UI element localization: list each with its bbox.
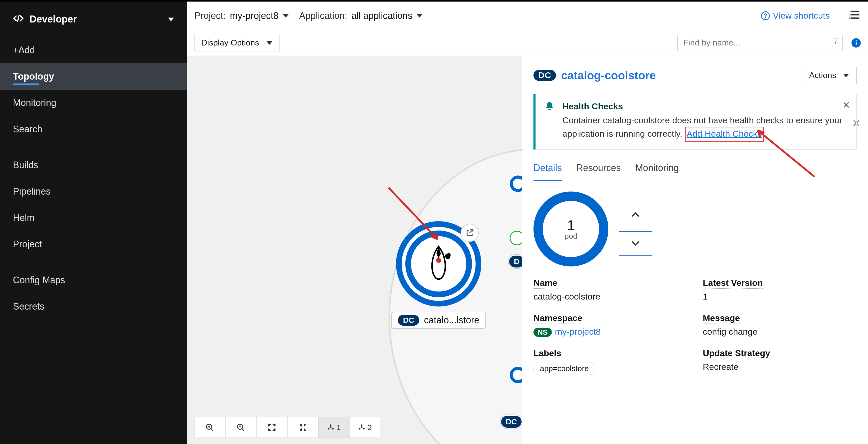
sidebar-item-search[interactable]: Search	[0, 116, 187, 142]
sidebar-item-topology[interactable]: Topology	[0, 63, 187, 90]
node-circle[interactable]	[396, 221, 481, 306]
field-key: Name	[533, 278, 557, 289]
svg-line-12	[242, 428, 244, 431]
zoom-out-button[interactable]	[225, 417, 256, 438]
project-selector[interactable]: Project: my-project8	[194, 10, 289, 21]
svg-point-17	[361, 424, 363, 426]
label-chip[interactable]: app=coolstore	[533, 362, 595, 375]
ns-badge: NS	[533, 328, 552, 337]
dc-badge: DC	[500, 415, 522, 428]
pod-ring-row: 1 pod	[533, 191, 857, 266]
main: Project: my-project8 Application: all ap…	[187, 2, 868, 444]
details-grid: Name catalog-coolstore Latest Version 1 …	[533, 278, 857, 375]
tab-monitoring[interactable]: Monitoring	[635, 157, 679, 181]
application-label: Application:	[299, 10, 347, 21]
topology-node[interactable]: DC catalo...lstore	[391, 221, 486, 329]
dc-badge: DC	[398, 315, 419, 326]
topbar: Project: my-project8 Application: all ap…	[187, 2, 868, 30]
project-value: my-project8	[230, 10, 278, 21]
question-circle-icon: ?	[761, 11, 770, 20]
reset-view-button[interactable]	[287, 417, 318, 438]
health-checks-alert: Health Checks Container catalog-coolstor…	[533, 94, 857, 150]
namespace-link[interactable]: my-project8	[555, 327, 601, 336]
svg-point-14	[330, 424, 332, 426]
tab-resources[interactable]: Resources	[576, 157, 621, 181]
alert-title: Health Checks	[562, 101, 847, 111]
field-value: app=coolstore	[533, 362, 687, 375]
topology-canvas[interactable]: D DC DC cata	[187, 56, 522, 444]
side-panel: ✕ DC catalog-coolstore Actions Health Ch…	[522, 56, 868, 444]
chevron-down-icon	[283, 14, 289, 18]
field-update-strategy: Update Strategy Recreate	[703, 348, 857, 375]
info-icon[interactable]: i	[851, 38, 861, 48]
field-value: Recreate	[703, 362, 857, 372]
panel-title[interactable]: catalog-coolstore	[561, 69, 656, 82]
sidebar-item-secrets[interactable]: Secrets	[0, 293, 187, 320]
code-icon	[13, 13, 24, 26]
alert-body: Container catalog-coolstore does not hav…	[562, 114, 847, 142]
dc-badge: D	[508, 255, 522, 268]
field-key: Update Strategy	[703, 348, 770, 359]
pod-count: 1	[567, 217, 575, 233]
scale-up-button[interactable]	[619, 202, 652, 227]
field-value: catalog-coolstore	[533, 292, 687, 302]
search-input[interactable]	[683, 38, 832, 48]
field-key: Latest Version	[703, 278, 763, 289]
perspective-switcher[interactable]: Developer	[0, 2, 187, 37]
chevron-down-icon	[266, 41, 273, 45]
perspective-label: Developer	[29, 14, 77, 25]
sidebar-item-pipelines[interactable]: Pipelines	[0, 178, 187, 205]
field-labels: Labels app=coolstore	[533, 348, 687, 375]
sidebar-separator	[13, 147, 174, 147]
scale-down-button[interactable]	[619, 231, 652, 256]
actions-dropdown[interactable]: Actions	[802, 67, 857, 84]
zoom-in-button[interactable]	[194, 417, 225, 438]
view-shortcuts-link[interactable]: ? View shortcuts	[761, 10, 830, 21]
field-key: Message	[703, 313, 740, 324]
field-message: Message config change	[703, 313, 857, 337]
bell-icon	[544, 101, 555, 142]
field-namespace: Namespace NSmy-project8	[533, 313, 687, 337]
sidebar-item-helm[interactable]: Helm	[0, 205, 187, 231]
status-dot-icon	[510, 232, 522, 244]
field-latest-version: Latest Version 1	[703, 278, 857, 302]
project-label: Project:	[194, 10, 226, 21]
chevron-down-icon	[843, 73, 849, 77]
sidebar: Developer +Add Topology Monitoring Searc…	[0, 2, 187, 444]
scale-controls	[619, 202, 652, 256]
node-label[interactable]: DC catalo...lstore	[391, 312, 486, 329]
application-value: all applications	[351, 10, 412, 21]
sidebar-item-config-maps[interactable]: Config Maps	[0, 267, 187, 293]
sidebar-item-project[interactable]: Project	[0, 231, 187, 258]
actions-label: Actions	[809, 70, 836, 80]
open-url-button[interactable]	[461, 224, 479, 242]
sidebar-item-builds[interactable]: Builds	[0, 152, 187, 178]
details-pane: 1 pod	[522, 181, 868, 444]
pod-ring[interactable]: 1 pod	[533, 191, 609, 266]
sidebar-item-monitoring[interactable]: Monitoring	[0, 90, 187, 116]
field-key: Namespace	[533, 313, 582, 324]
tab-details[interactable]: Details	[533, 157, 562, 181]
canvas-controls: 1 2	[194, 417, 380, 438]
list-view-icon[interactable]	[849, 9, 861, 22]
node-name: catalo...lstore	[424, 315, 479, 326]
application-selector[interactable]: Application: all applications	[299, 10, 423, 21]
sidebar-separator	[13, 262, 174, 262]
kbd-hint: /	[832, 38, 839, 47]
display-options-dropdown[interactable]: Display Options	[194, 34, 280, 52]
shortcuts-label: View shortcuts	[773, 10, 830, 21]
workspace: D DC DC cata	[187, 56, 868, 444]
close-alert-button[interactable]: ✕	[842, 100, 850, 111]
add-health-checks-link[interactable]: Add Health Checks	[687, 129, 762, 139]
fit-to-screen-button[interactable]	[256, 417, 287, 438]
field-name: Name catalog-coolstore	[533, 278, 687, 302]
chevron-down-icon	[416, 14, 423, 18]
find-by-name-field[interactable]: /	[677, 35, 843, 51]
panel-tabs: Details Resources Monitoring	[522, 157, 868, 181]
sidebar-item-add[interactable]: +Add	[0, 37, 187, 63]
pod-label: pod	[564, 232, 578, 241]
layout-1-button[interactable]: 1	[318, 417, 349, 438]
field-value: config change	[703, 327, 857, 337]
layout-2-label: 2	[368, 423, 372, 432]
layout-2-button[interactable]: 2	[349, 417, 380, 438]
